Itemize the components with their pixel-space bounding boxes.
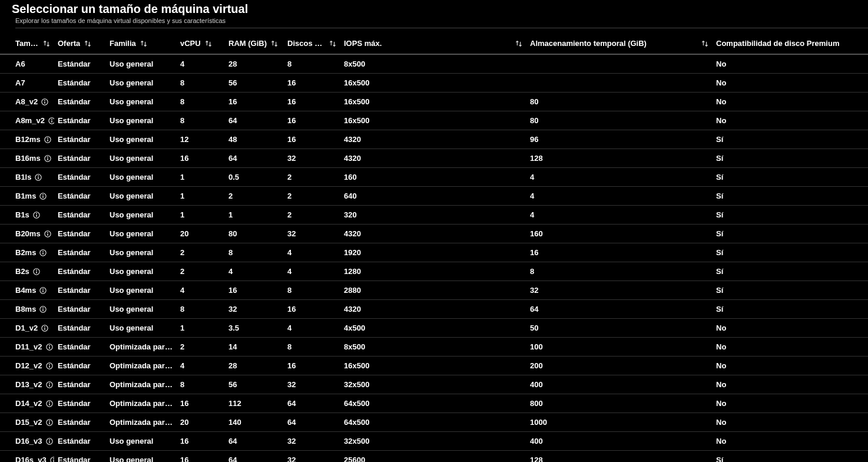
- table-row[interactable]: D1_v2EstándarUso general13.544x50050No: [0, 319, 868, 338]
- page-header: Seleccionar un tamaño de máquina virtual…: [0, 0, 868, 33]
- svg-rect-44: [49, 365, 49, 368]
- cell-premium: No: [713, 432, 868, 451]
- svg-rect-17: [43, 196, 44, 198]
- column-header-disks[interactable]: Discos de …: [284, 33, 340, 54]
- table-row[interactable]: D12_v2EstándarOptimizada para …4281616x5…: [0, 357, 868, 375]
- column-header-family[interactable]: Familia: [106, 33, 177, 54]
- svg-point-1: [44, 100, 45, 101]
- cell-temp: 80: [526, 93, 713, 111]
- table-row[interactable]: B1msEstándarUso general1226404Sí: [0, 187, 868, 206]
- cell-temp: 16: [526, 243, 713, 262]
- table-row[interactable]: B4msEstándarUso general4168288032Sí: [0, 281, 868, 300]
- cell-vcpu: 20: [177, 225, 225, 243]
- cell-size: B16ms: [0, 149, 54, 168]
- cell-disks: 2: [284, 206, 340, 225]
- cell-iops: 4320: [340, 149, 526, 168]
- cell-offer: Estándar: [54, 111, 106, 130]
- info-icon: [46, 419, 53, 426]
- cell-family: Uso general: [106, 54, 177, 74]
- column-header-ram[interactable]: RAM (GiB): [225, 33, 284, 54]
- cell-offer: Estándar: [54, 262, 106, 281]
- table-row[interactable]: D14_v2EstándarOptimizada para …161126464…: [0, 394, 868, 413]
- table-row[interactable]: B2sEstándarUso general24412808Sí: [0, 262, 868, 281]
- size-label: B8ms: [15, 305, 36, 314]
- cell-ram: 2: [225, 187, 284, 206]
- svg-point-40: [49, 345, 50, 346]
- svg-rect-56: [49, 441, 49, 443]
- column-header-vcpu[interactable]: vCPU: [177, 33, 225, 54]
- cell-size: D16s_v3: [0, 451, 54, 463]
- table-row[interactable]: A8m_v2EstándarUso general8641616x50080No: [0, 111, 868, 130]
- info-icon: [39, 249, 47, 256]
- sort-icon: [42, 39, 51, 48]
- cell-family: Optimizada para …: [106, 394, 177, 413]
- column-label: Tamaño …: [15, 39, 39, 48]
- table-row[interactable]: D15_v2EstándarOptimizada para …201406464…: [0, 413, 868, 432]
- svg-rect-14: [38, 177, 39, 179]
- cell-size: A7: [0, 74, 54, 93]
- table-row[interactable]: D11_v2EstándarOptimizada para …21488x500…: [0, 338, 868, 357]
- cell-offer: Estándar: [54, 206, 106, 225]
- cell-offer: Estándar: [54, 149, 106, 168]
- svg-rect-5: [51, 120, 52, 123]
- table-row[interactable]: B16msEstándarUso general1664324320128Sí: [0, 149, 868, 168]
- column-header-iops[interactable]: IOPS máx.: [340, 33, 526, 54]
- cell-size: D1_v2: [0, 319, 54, 338]
- column-header-size[interactable]: Tamaño …: [0, 33, 54, 54]
- cell-size: B2s: [0, 262, 54, 281]
- cell-premium: Sí: [713, 187, 868, 206]
- cell-premium: No: [713, 319, 868, 338]
- svg-point-37: [44, 326, 45, 327]
- cell-premium: No: [713, 413, 868, 432]
- table-row[interactable]: D16_v3EstándarUso general16643232x500400…: [0, 432, 868, 451]
- table-row[interactable]: B8msEstándarUso general83216432064Sí: [0, 300, 868, 319]
- table-row[interactable]: B1sEstándarUso general1123204Sí: [0, 206, 868, 225]
- sort-icon: [270, 39, 279, 48]
- size-label: B1ls: [15, 173, 31, 182]
- table-row[interactable]: A8_v2EstándarUso general8161616x50080No: [0, 93, 868, 111]
- cell-ram: 14: [225, 338, 284, 357]
- size-label: D15_v2: [15, 418, 42, 427]
- cell-ram: 16: [225, 281, 284, 300]
- sort-icon: [84, 39, 92, 48]
- svg-rect-26: [43, 252, 44, 255]
- svg-rect-29: [36, 271, 37, 273]
- info-icon: [46, 362, 53, 369]
- cell-premium: Sí: [713, 262, 868, 281]
- cell-vcpu: 1: [177, 187, 225, 206]
- column-header-premium[interactable]: Compatibilidad de disco Premium: [713, 33, 868, 54]
- cell-premium: Sí: [713, 206, 868, 225]
- table-row[interactable]: D13_v2EstándarOptimizada para …8563232x5…: [0, 375, 868, 394]
- table-row[interactable]: A7EstándarUso general8561616x500No: [0, 74, 868, 93]
- cell-iops: 2880: [340, 281, 526, 300]
- table-row[interactable]: B20msEstándarUso general2080324320160Sí: [0, 225, 868, 243]
- cell-premium: No: [713, 93, 868, 111]
- cell-family: Uso general: [106, 149, 177, 168]
- table-row[interactable]: B12msEstándarUso general124816432096Sí: [0, 130, 868, 149]
- table-row[interactable]: D16s_v3EstándarUso general16643225600128…: [0, 451, 868, 463]
- table-row[interactable]: B2msEstándarUso general284192016Sí: [0, 243, 868, 262]
- info-icon: [46, 381, 53, 388]
- svg-point-25: [43, 250, 44, 252]
- cell-size: B1ms: [0, 187, 54, 206]
- column-header-offer[interactable]: Oferta: [54, 33, 106, 54]
- cell-family: Uso general: [106, 93, 177, 111]
- column-label: Discos de …: [287, 39, 325, 48]
- cell-disks: 8: [284, 281, 340, 300]
- size-label: A8_v2: [15, 97, 38, 106]
- cell-premium: Sí: [713, 149, 868, 168]
- cell-offer: Estándar: [54, 130, 106, 149]
- svg-rect-32: [43, 290, 44, 292]
- sort-icon: [329, 39, 337, 48]
- cell-family: Uso general: [106, 225, 177, 243]
- size-label: B20ms: [15, 229, 41, 238]
- cell-size: B20ms: [0, 225, 54, 243]
- table-row[interactable]: B1lsEstándarUso general10.521604Sí: [0, 168, 868, 187]
- table-row[interactable]: A6EstándarUso general42888x500No: [0, 54, 868, 74]
- cell-disks: 64: [284, 413, 340, 432]
- size-label: B2ms: [15, 248, 36, 257]
- cell-size: D12_v2: [0, 357, 54, 375]
- cell-offer: Estándar: [54, 357, 106, 375]
- cell-iops: 160: [340, 168, 526, 187]
- column-header-temp[interactable]: Almacenamiento temporal (GiB): [526, 33, 713, 54]
